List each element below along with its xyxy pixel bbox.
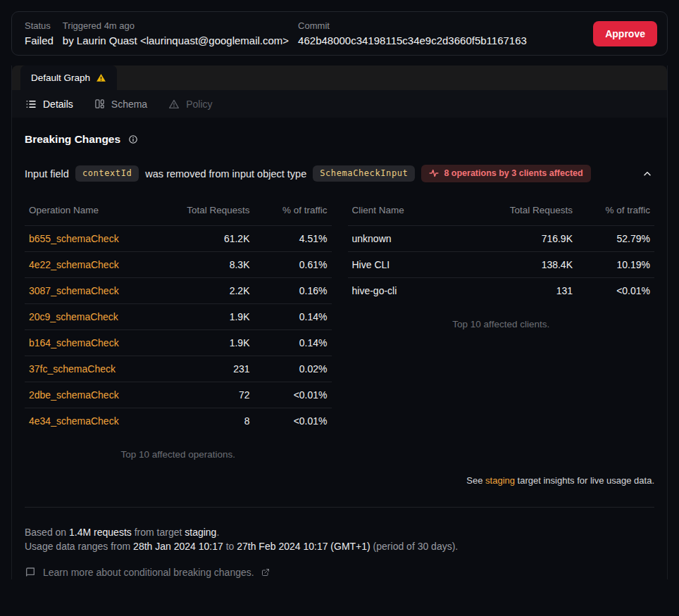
client-requests: 138.4K [490,259,573,270]
insights-note: See staging target insights for live usa… [25,475,654,486]
operation-traffic: 0.14% [250,311,328,322]
operation-row: 4e34_schemaCheck 8 <0.01% [25,408,332,434]
client-row: hive-go-cli 131 <0.01% [348,277,655,303]
operation-requests: 231 [167,363,250,375]
operation-requests: 1.9K [167,311,250,322]
affected-operations-badge: 8 operations by 3 clients affected [421,165,590,182]
operation-requests: 2.2K [167,285,250,296]
tab-default-graph[interactable]: Default Graph [20,65,117,90]
operation-requests: 1.9K [167,337,250,348]
breaking-change-row: Input field contextId was removed from i… [25,165,654,182]
client-name: hive-go-cli [352,285,490,296]
client-traffic: <0.01% [573,285,650,296]
alert-triangle-icon [168,99,180,110]
operation-row: 37fc_schemaCheck 231 0.02% [25,356,332,382]
chevron-up-icon [642,168,653,180]
operation-link[interactable]: 37fc_schemaCheck [29,363,116,375]
breaking-changes-title: Breaking Changes [25,133,120,146]
operation-traffic: 4.51% [250,233,328,244]
operations-table-body: b655_schemaCheck 61.2K 4.51% 4e22_schema… [25,225,332,434]
column-header-traffic: % of traffic [573,205,650,215]
book-icon [25,567,36,578]
operation-requests: 8.3K [167,259,250,270]
status-value: Failed [25,34,54,46]
column-header-client-name: Client Name [352,205,490,215]
graph-tab-label: Default Graph [31,73,90,83]
collapse-chevron-button[interactable] [640,165,654,182]
warning-icon [96,73,106,83]
tab-schema-label: Schema [111,99,147,110]
type-code-chip: SchemaCheckInput [313,165,415,182]
client-name: unknown [352,233,490,244]
triggered-author: by Laurin Quast <laurinquast@googlemail.… [63,34,289,46]
usage-range-line: Usage data ranges from 28th Jan 2024 10:… [25,539,654,553]
range-start-date: 28th Jan 2024 10:17 [133,541,223,552]
change-text-prefix: Input field [25,168,69,180]
operation-row: b655_schemaCheck 61.2K 4.51% [25,225,332,251]
affected-badge-label: 8 operations by 3 clients affected [444,168,583,178]
pulse-icon [429,168,439,178]
operations-table-caption: Top 10 affected operations. [25,449,332,460]
schema-columns-icon [94,99,105,109]
client-traffic: 52.79% [573,233,650,244]
client-traffic: 10.19% [573,259,650,270]
operation-traffic: 0.14% [250,337,328,348]
client-requests: 716.9K [490,233,573,244]
client-row: unknown 716.9K 52.79% [348,225,655,251]
range-end-date: 27th Feb 2024 10:17 (GMT+1) [237,541,370,552]
operations-table: Operation Name Total Requests % of traff… [25,199,332,460]
insights-rest: target insights for live usage data. [515,475,654,486]
operation-row: b164_schemaCheck 1.9K 0.14% [25,329,332,356]
operation-requests: 61.2K [167,233,250,244]
operation-link[interactable]: b655_schemaCheck [29,233,119,244]
based-on-text: Based on [25,527,69,538]
clients-table-body: unknown 716.9K 52.79% Hive CLI 138.4K 10… [348,225,655,303]
operation-row: 3087_schemaCheck 2.2K 0.16% [25,277,332,303]
request-count: 1.4M requests [69,527,132,538]
column-header-total-requests: Total Requests [490,205,573,215]
clients-table: Client Name Total Requests % of traffic … [348,199,655,460]
client-row: Hive CLI 138.4K 10.19% [348,251,655,277]
learn-more-link[interactable]: Learn more about conditional breaking ch… [25,565,654,579]
tab-details[interactable]: Details [25,99,73,110]
graph-tab-strip: Default Graph [12,65,667,90]
field-code-chip: contextId [75,165,139,182]
section-title-row: Breaking Changes [25,133,654,146]
staging-target-link[interactable]: staging [485,475,515,486]
status-label: Status [25,20,54,31]
list-icon [25,99,37,110]
operation-link[interactable]: 4e34_schemaCheck [29,415,119,427]
commit-label: Commit [298,20,584,31]
commit-field: Commit 462b48000c34198115c34e9c2d3660f5b… [298,20,584,46]
operation-traffic: <0.01% [250,389,328,401]
tab-policy-label: Policy [186,99,212,110]
operation-traffic: 0.61% [250,259,328,270]
tab-schema[interactable]: Schema [94,99,147,110]
tab-policy[interactable]: Policy [168,99,212,110]
breaking-changes-section: Breaking Changes Input field contextId w… [12,118,667,579]
change-text-middle: was removed from input object type [145,168,306,180]
operation-link[interactable]: b164_schemaCheck [29,337,119,348]
external-link-icon [261,568,270,577]
operation-link[interactable]: 4e22_schemaCheck [29,259,119,270]
operation-row: 20c9_schemaCheck 1.9K 0.14% [25,303,332,329]
operation-link[interactable]: 2dbe_schemaCheck [29,389,119,401]
approve-button[interactable]: Approve [593,21,657,46]
operation-link[interactable]: 3087_schemaCheck [29,285,119,296]
operation-link[interactable]: 20c9_schemaCheck [29,311,118,322]
column-header-operation-name: Operation Name [29,205,167,215]
affected-usage-tables: Operation Name Total Requests % of traff… [25,199,654,460]
insights-see: See [466,475,485,486]
check-view-toolbar: Details Schema Policy [12,90,667,118]
operations-table-header: Operation Name Total Requests % of traff… [25,199,332,225]
clients-table-caption: Top 10 affected clients. [348,319,655,329]
tab-details-label: Details [43,99,73,110]
info-icon[interactable] [128,134,138,144]
client-requests: 131 [490,285,573,296]
operation-traffic: 0.02% [250,363,328,375]
usage-footer: Based on 1.4M requests from target stagi… [25,508,654,579]
range-suffix-text: (period of 30 days). [370,541,459,552]
target-name: staging [185,527,216,538]
usage-summary-line: Based on 1.4M requests from target stagi… [25,525,654,539]
operation-requests: 72 [167,389,250,401]
